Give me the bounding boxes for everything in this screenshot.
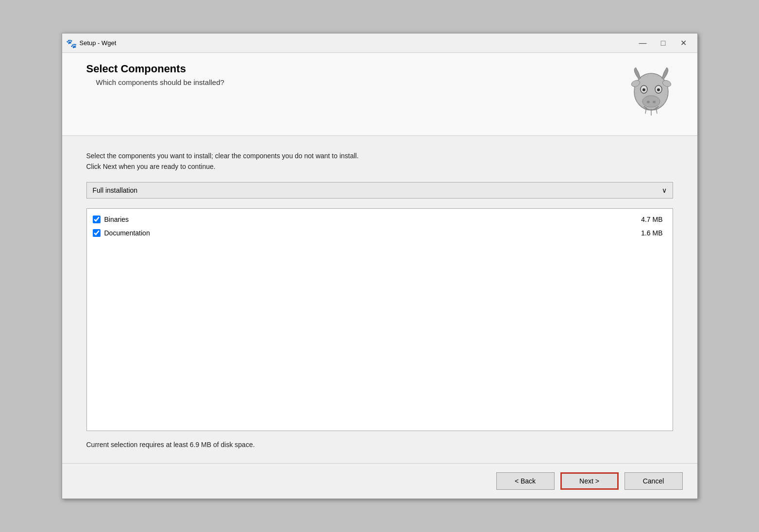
binaries-checkbox[interactable] — [93, 216, 101, 223]
components-list: Binaries 4.7 MB Documentation 1.6 MB — [86, 208, 673, 431]
minimize-button[interactable]: — — [633, 36, 653, 50]
disk-space-info: Current selection requires at least 6.9 … — [86, 441, 673, 449]
documentation-label: Documentation — [104, 229, 641, 237]
svg-point-5 — [642, 88, 645, 91]
component-item-documentation: Documentation 1.6 MB — [87, 226, 673, 240]
binaries-size: 4.7 MB — [641, 216, 666, 223]
back-button[interactable]: < Back — [496, 472, 555, 490]
window-controls: — □ ✕ — [633, 36, 693, 50]
svg-point-6 — [657, 88, 660, 91]
app-icon: 🐾 — [66, 38, 76, 48]
description-line2: Click Next when you are ready to continu… — [86, 163, 216, 170]
dropdown-selected-value: Full installation — [93, 186, 138, 194]
installation-type-dropdown[interactable]: Full installation ∨ — [86, 182, 673, 199]
window-title: Setup - Wget — [80, 39, 633, 47]
description-line1: Select the components you want to instal… — [86, 152, 359, 160]
documentation-checkbox[interactable] — [93, 229, 101, 237]
next-button[interactable]: Next > — [560, 472, 619, 490]
svg-point-7 — [642, 96, 660, 107]
description-text: Select the components you want to instal… — [86, 150, 673, 172]
page-title: Select Components — [86, 63, 224, 75]
setup-window: 🐾 Setup - Wget — □ ✕ Select Components W… — [62, 33, 698, 499]
main-content: Select the components you want to instal… — [62, 136, 697, 463]
close-button[interactable]: ✕ — [674, 36, 693, 50]
maximize-button[interactable]: □ — [654, 36, 673, 50]
binaries-label: Binaries — [104, 216, 641, 223]
dropdown-chevron-icon: ∨ — [662, 186, 667, 194]
header-text-block: Select Components Which components shoul… — [86, 63, 224, 86]
header-panel: Select Components Which components shoul… — [62, 53, 697, 136]
svg-point-8 — [647, 101, 650, 103]
title-bar: 🐾 Setup - Wget — □ ✕ — [62, 33, 697, 53]
gnu-logo — [620, 63, 683, 126]
gnu-image — [622, 65, 680, 123]
svg-point-9 — [653, 101, 656, 103]
page-subtitle: Which components should be installed? — [96, 78, 224, 86]
documentation-size: 1.6 MB — [641, 229, 666, 237]
footer-panel: < Back Next > Cancel — [62, 463, 697, 499]
cancel-button[interactable]: Cancel — [624, 472, 683, 490]
component-item-binaries: Binaries 4.7 MB — [87, 213, 673, 226]
